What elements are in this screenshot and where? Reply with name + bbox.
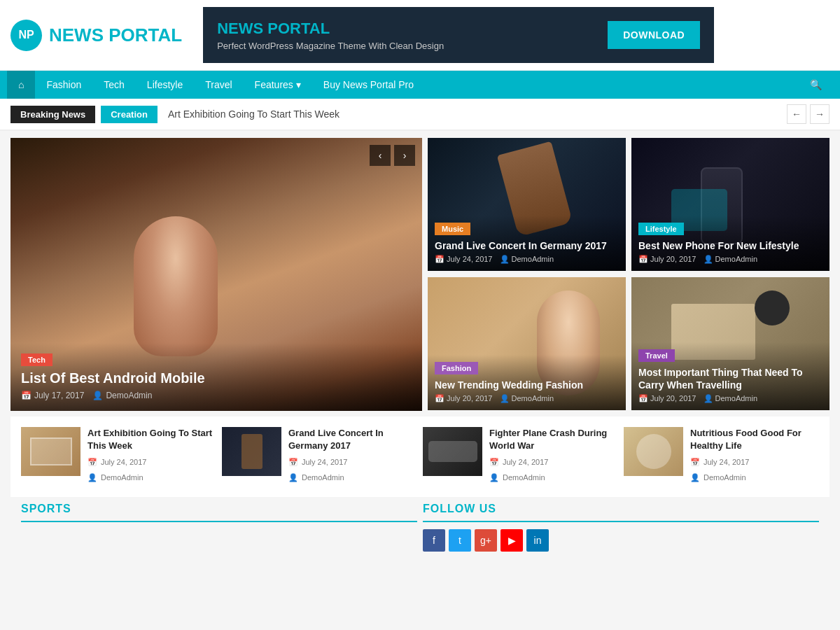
card-music-title: Grand Live Concert In Germany 2017 — [435, 239, 619, 252]
follow-title: FOLLOW US — [423, 503, 496, 514]
strip-content-concert: Grand Live Concert In Germany 2017 📅 Jul… — [288, 427, 417, 486]
strip-content-plane: Fighter Plane Crash During World War 📅 J… — [489, 427, 618, 486]
grid-top-right: Music Grand Live Concert In Germany 2017… — [428, 138, 626, 411]
strip-meta-concert: 📅 July 24, 2017 👤 DemoAdmin — [288, 456, 417, 485]
nav-item-buy[interactable]: Buy News Portal Pro — [312, 71, 425, 99]
hero-author: 👤DemoAdmin — [92, 391, 152, 400]
strip-date-food: 📅 July 24, 2017 — [690, 456, 819, 470]
sports-header: SPORTS — [21, 503, 417, 522]
nav-search-icon[interactable]: 🔍 — [799, 71, 833, 99]
sports-section: SPORTS — [21, 503, 417, 552]
hero-tag: Tech — [21, 354, 52, 366]
strip-thumb-art — [21, 427, 80, 476]
card-fashion-author: 👤 DemoAdmin — [500, 394, 554, 403]
breaking-label: Breaking News — [10, 106, 95, 123]
news-strip: Art Exhibition Going To Start This Week … — [10, 416, 830, 497]
linkedin-icon[interactable]: in — [526, 529, 549, 552]
card-lifestyle-tag: Lifestyle — [638, 223, 684, 235]
download-button[interactable]: DOWNLOAD — [608, 21, 700, 49]
breaking-news-bar: Breaking News Creation Art Exhibition Go… — [0, 99, 840, 131]
nav-item-travel[interactable]: Travel — [194, 71, 243, 99]
card-music-date: 📅 July 24, 2017 — [435, 255, 493, 264]
sections-row: SPORTS FOLLOW US f t g+ ▶ in — [10, 503, 830, 559]
card-fashion-title: New Trending Wedding Fashion — [435, 379, 619, 391]
strip-meta-food: 📅 July 24, 2017 👤 DemoAdmin — [690, 456, 819, 485]
breaking-next-btn[interactable]: → — [810, 104, 830, 124]
nav-item-tech[interactable]: Tech — [92, 71, 136, 99]
card-travel-date: 📅 July 20, 2017 — [638, 394, 696, 403]
sports-title: SPORTS — [21, 503, 71, 514]
strip-title-food: Nutritious Food Good For Healthy Life — [690, 427, 819, 452]
hero-next-btn[interactable]: › — [394, 145, 415, 166]
grid-bottom-right: Lifestyle Best New Phone For New Lifesty… — [631, 138, 830, 411]
follow-header: FOLLOW US — [423, 503, 819, 522]
card-lifestyle-meta: 📅 July 20, 2017 👤 DemoAdmin — [638, 255, 822, 264]
main-nav: ⌂ Fashion Tech Lifestyle Travel Features… — [0, 71, 840, 99]
nav-home[interactable]: ⌂ — [7, 71, 35, 99]
strip-date-concert: 📅 July 24, 2017 — [288, 456, 417, 470]
card-lifestyle[interactable]: Lifestyle Best New Phone For New Lifesty… — [631, 138, 830, 271]
nav-item-fashion[interactable]: Fashion — [35, 71, 92, 99]
ad-banner-text: NEWS PORTAL Perfect WordPress Magazine T… — [217, 20, 594, 51]
hero-nav: ‹ › — [370, 145, 415, 166]
hero-prev-btn[interactable]: ‹ — [370, 145, 391, 166]
breaking-arrows: ← → — [787, 104, 830, 124]
card-music-tag: Music — [435, 223, 470, 235]
card-music-author: 👤 DemoAdmin — [500, 255, 554, 264]
nav-item-lifestyle[interactable]: Lifestyle — [136, 71, 194, 99]
chevron-down-icon: ▾ — [296, 79, 301, 90]
strip-meta-art: 📅 July 24, 2017 👤 DemoAdmin — [88, 456, 216, 485]
breaking-prev-btn[interactable]: ← — [787, 104, 806, 124]
card-travel-author: 👤 DemoAdmin — [704, 394, 758, 403]
hero-grid: ‹ › Tech List Of Best Android Mobile 📅Ju… — [10, 138, 830, 411]
hero-card[interactable]: ‹ › Tech List Of Best Android Mobile 📅Ju… — [10, 138, 422, 411]
strip-item-plane[interactable]: Fighter Plane Crash During World War 📅 J… — [423, 427, 618, 486]
strip-item-art[interactable]: Art Exhibition Going To Start This Week … — [21, 427, 216, 486]
card-lifestyle-date: 📅 July 20, 2017 — [638, 255, 696, 264]
card-travel-meta: 📅 July 20, 2017 👤 DemoAdmin — [638, 394, 822, 403]
youtube-icon[interactable]: ▶ — [500, 529, 523, 552]
card-music[interactable]: Music Grand Live Concert In Germany 2017… — [428, 138, 626, 271]
strip-meta-plane: 📅 July 24, 2017 👤 DemoAdmin — [489, 456, 618, 485]
card-music-meta: 📅 July 24, 2017 👤 DemoAdmin — [435, 255, 619, 264]
ad-banner-title: NEWS PORTAL — [217, 20, 594, 38]
card-travel[interactable]: Travel Most Important Thing That Need To… — [631, 277, 830, 410]
strip-title-plane: Fighter Plane Crash During World War — [489, 427, 618, 452]
strip-date-plane: 📅 July 24, 2017 — [489, 456, 618, 470]
logo-text: NEWS PORTAL — [49, 24, 182, 46]
strip-title-art: Art Exhibition Going To Start This Week — [88, 427, 216, 452]
card-travel-tag: Travel — [638, 349, 675, 362]
card-fashion[interactable]: Fashion New Trending Wedding Fashion 📅 J… — [428, 277, 626, 410]
card-lifestyle-info: Lifestyle Best New Phone For New Lifesty… — [631, 216, 830, 271]
nav-item-features[interactable]: Features ▾ — [244, 71, 312, 99]
logo[interactable]: NP NEWS PORTAL — [10, 20, 182, 51]
facebook-icon[interactable]: f — [423, 529, 445, 552]
breaking-tag: Creation — [101, 106, 158, 123]
twitter-icon[interactable]: t — [449, 529, 471, 552]
strip-author-plane: 👤 DemoAdmin — [489, 471, 618, 485]
strip-thumb-concert — [222, 427, 281, 476]
card-lifestyle-author: 👤 DemoAdmin — [704, 255, 758, 264]
logo-icon: NP — [10, 20, 42, 51]
hero-title: List Of Best Android Mobile — [21, 370, 412, 386]
social-icons: f t g+ ▶ in — [423, 529, 819, 552]
card-travel-title: Most Important Thing That Need To Carry … — [638, 366, 822, 391]
main-content: ‹ › Tech List Of Best Android Mobile 📅Ju… — [0, 131, 840, 566]
card-music-info: Music Grand Live Concert In Germany 2017… — [428, 216, 626, 271]
breaking-text: Art Exhibition Going To Start This Week — [168, 108, 787, 120]
site-header: NP NEWS PORTAL NEWS PORTAL Perfect WordP… — [0, 0, 840, 71]
strip-thumb-food — [624, 427, 683, 476]
card-lifestyle-title: Best New Phone For New Lifestyle — [638, 239, 822, 252]
strip-content-food: Nutritious Food Good For Healthy Life 📅 … — [690, 427, 819, 486]
strip-title-concert: Grand Live Concert In Germany 2017 — [288, 427, 417, 452]
strip-item-concert[interactable]: Grand Live Concert In Germany 2017 📅 Jul… — [222, 427, 417, 486]
googleplus-icon[interactable]: g+ — [475, 529, 497, 552]
strip-item-food[interactable]: Nutritious Food Good For Healthy Life 📅 … — [624, 427, 819, 486]
hero-date: 📅July 17, 2017 — [21, 391, 84, 400]
strip-author-food: 👤 DemoAdmin — [690, 471, 819, 485]
strip-date-art: 📅 July 24, 2017 — [88, 456, 216, 470]
card-travel-info: Travel Most Important Thing That Need To… — [631, 342, 830, 410]
strip-content-art: Art Exhibition Going To Start This Week … — [88, 427, 216, 486]
strip-author-art: 👤 DemoAdmin — [88, 471, 216, 485]
card-fashion-meta: 📅 July 20, 2017 👤 DemoAdmin — [435, 394, 619, 403]
